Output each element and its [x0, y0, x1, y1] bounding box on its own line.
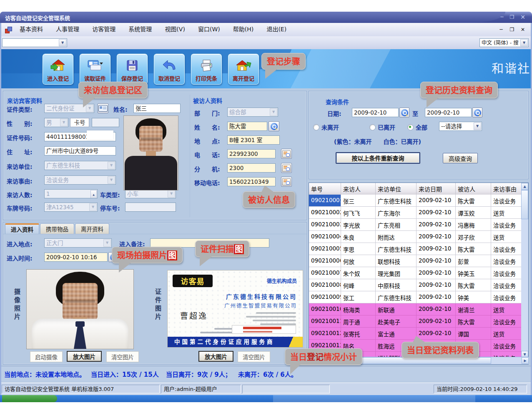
table-row[interactable]: 090210009张工广东德生科技2009-02-10钟美洽谈业务: [309, 291, 521, 303]
table-cell-company[interactable]: 附而达: [376, 231, 417, 243]
table-cell-id[interactable]: 090210008: [309, 279, 341, 291]
call-ext-button[interactable]: [281, 163, 292, 173]
start-camera-button[interactable]: 启动摄像: [30, 351, 63, 362]
advanced-query-button[interactable]: 高级查询: [443, 153, 478, 163]
parking-number-input[interactable]: [125, 203, 176, 212]
table-cell-visitor[interactable]: 朱个奴: [341, 267, 376, 279]
radio-left[interactable]: 已离开: [369, 123, 395, 131]
visit-company-select[interactable]: 广东德生科技▼: [44, 161, 116, 170]
read-id-card-button[interactable]: [98, 103, 108, 113]
menu-window[interactable]: 窗口(W): [193, 23, 226, 36]
table-cell-host[interactable]: 彭萱: [456, 255, 491, 267]
table-cell-reason[interactable]: 送货: [491, 303, 521, 315]
table-cell-reason[interactable]: 洽谈业务: [491, 243, 521, 255]
menu-view[interactable]: 视图(V): [159, 23, 191, 36]
table-cell-id[interactable]: 090210006: [309, 255, 341, 267]
table-cell-reason[interactable]: 洽谈业务: [491, 195, 521, 207]
scroll-right-icon[interactable]: ▶: [522, 357, 529, 364]
menu-visitor[interactable]: 访客管理: [87, 23, 121, 36]
table-row[interactable]: 090210001张三广东德生科技2009-02-10陈大雷洽谈业务: [309, 195, 521, 207]
zoom-photo-button[interactable]: 放大图片: [67, 351, 102, 362]
filter-select[interactable]: --请选择▼: [439, 122, 482, 131]
table-cell-host[interactable]: 谢清兰: [456, 303, 491, 315]
table-cell-date[interactable]: 2009-02-10: [417, 267, 456, 279]
table-cell-reason[interactable]: 洽谈业务: [491, 255, 521, 267]
table-cell-id[interactable]: 090210011: [309, 315, 341, 328]
table-cell-visitor[interactable]: 何放: [341, 255, 376, 267]
table-cell-company[interactable]: 广东德生科技: [376, 243, 417, 255]
visit-reason-select[interactable]: 洽谈业务▼: [44, 175, 116, 185]
mdi-minimize-icon[interactable]: ─: [497, 26, 505, 33]
table-cell-company[interactable]: 富士通: [376, 328, 417, 340]
column-header[interactable]: 来访日期: [417, 183, 456, 195]
table-cell-date[interactable]: 2009-02-10: [417, 207, 456, 219]
read-card-button[interactable]: 读取证件: [80, 54, 110, 85]
tab-entry-info[interactable]: 进入资料: [5, 223, 39, 234]
table-cell-id[interactable]: 090210012: [309, 328, 341, 340]
close-icon[interactable]: ✕: [519, 14, 527, 21]
table-cell-date[interactable]: 2009-02-10: [417, 231, 456, 243]
leave-register-button[interactable]: 离开登记: [228, 54, 259, 85]
start-button-fragment[interactable]: [2, 395, 57, 402]
host-mobile-input[interactable]: 15602210349: [227, 177, 276, 186]
menu-hr[interactable]: 人事管理: [50, 23, 85, 36]
table-cell-date[interactable]: 2009-02-10: [417, 279, 456, 291]
table-cell-date[interactable]: 2009-02-10: [417, 219, 456, 231]
minimize-icon[interactable]: ─: [498, 14, 506, 21]
radio-not-left[interactable]: 未离开: [313, 123, 339, 131]
table-cell-id[interactable]: 090210009: [309, 291, 341, 303]
entry-location-select[interactable]: 正大门▼: [44, 238, 112, 248]
mdi-restore-icon[interactable]: ❐: [508, 26, 516, 33]
table-cell-id[interactable]: 090210007: [309, 267, 341, 279]
table-row[interactable]: 090210011周于通赴美电子2009-02-10陈大雷洽谈业务: [309, 315, 521, 328]
visitor-name-input[interactable]: 张三: [133, 104, 181, 113]
table-cell-host[interactable]: 谭国: [456, 328, 491, 340]
spinner-arrows-icon[interactable]: ▲▼: [90, 190, 97, 198]
cancel-register-button[interactable]: 取消登记: [154, 54, 185, 85]
table-cell-host[interactable]: 钟美玉: [456, 267, 491, 279]
chevron-down-icon[interactable]: ▼: [59, 39, 66, 46]
table-cell-reason[interactable]: 洽谈业务: [491, 219, 521, 231]
tab-carried-items[interactable]: 携带物品: [40, 223, 74, 234]
table-cell-visitor[interactable]: 何峰: [341, 279, 376, 291]
table-row[interactable]: 090210005李思广东德生科技2009-02-10陈大雷洽谈业务: [309, 243, 521, 255]
radio-all[interactable]: 全部: [407, 123, 427, 131]
mdi-close-icon[interactable]: ✕: [519, 26, 527, 33]
table-cell-visitor[interactable]: 张工: [341, 291, 376, 303]
table-cell-date[interactable]: 2009-02-10: [417, 255, 456, 267]
scroll-up-icon[interactable]: ▲: [521, 183, 528, 190]
table-cell-visitor[interactable]: 张寄托: [341, 328, 376, 340]
table-cell-visitor[interactable]: 李光放: [341, 219, 376, 231]
table-cell-id[interactable]: 090210001: [309, 195, 341, 207]
column-header[interactable]: 来访事由: [491, 183, 521, 195]
language-bar[interactable]: 中文 (简体) - 搜 ▼: [479, 38, 529, 47]
clear-card-button[interactable]: 清空图片: [238, 351, 270, 362]
table-row[interactable]: 090210002何飞飞广东海尔2009-02-10谭玉姣送货: [309, 207, 521, 219]
table-cell-reason[interactable]: 送货: [491, 328, 521, 340]
column-header[interactable]: 单号: [309, 183, 341, 195]
table-cell-visitor[interactable]: 周于通: [341, 315, 376, 328]
zoom-card-button[interactable]: 放大图片: [198, 351, 233, 362]
print-receipt-button[interactable]: 打印凭条: [191, 54, 222, 85]
clear-photo-button[interactable]: 清空图片: [106, 351, 139, 362]
table-cell-company[interactable]: 广东亮相: [376, 219, 417, 231]
table-cell-reason[interactable]: 洽谈业务: [491, 291, 521, 303]
table-cell-reason[interactable]: 送货: [491, 231, 521, 243]
table-cell-date[interactable]: 2009-02-10: [417, 315, 456, 328]
table-cell-visitor[interactable]: 朱良: [341, 231, 376, 243]
table-cell-company[interactable]: 联想科技: [376, 255, 417, 267]
scroll-thumb[interactable]: [521, 190, 528, 219]
host-ext-input[interactable]: 2300: [227, 163, 276, 173]
people-count-stepper[interactable]: 1 ▲▼: [44, 189, 98, 198]
call-phone-button[interactable]: [281, 149, 292, 159]
host-search-button[interactable]: [269, 121, 279, 131]
column-header[interactable]: 来访人: [341, 183, 376, 195]
table-cell-host[interactable]: 陈大雷: [456, 279, 491, 291]
column-header[interactable]: 来访单位: [376, 183, 417, 195]
table-cell-date[interactable]: 2009-02-10: [417, 243, 456, 255]
table-row[interactable]: 090210008何峰中原科技2009-02-10陈大雷洽谈业务: [309, 279, 521, 291]
table-cell-visitor[interactable]: 杨海类: [341, 303, 376, 315]
plate-number-select[interactable]: 津A12345▼: [44, 203, 98, 212]
department-select[interactable]: 综合部▼: [227, 108, 278, 117]
table-row[interactable]: 090210010杨海类新联通2009-02-10谢清兰送货: [309, 303, 521, 315]
